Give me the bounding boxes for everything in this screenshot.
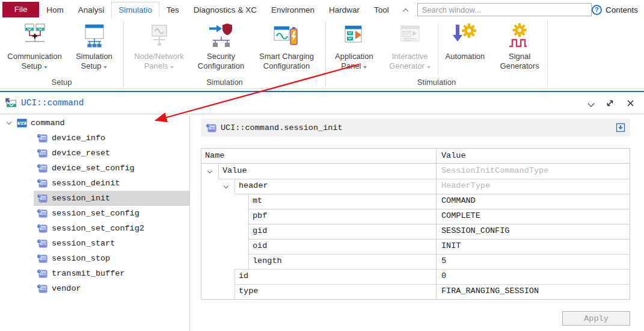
tree-item-device-reset[interactable]: device_reset — [34, 146, 189, 161]
automation-button[interactable]: Automation — [438, 21, 492, 75]
tab-tes[interactable]: Tes — [159, 2, 186, 17]
search-input[interactable] — [417, 3, 592, 16]
table-row-oid[interactable]: oidINIT — [201, 239, 630, 254]
panel-clock-icon — [37, 164, 48, 173]
tree-item-session-start[interactable]: session_start — [34, 236, 189, 251]
tree-root-command[interactable]: command — [4, 116, 189, 131]
table-row-pbf[interactable]: pbfCOMPLETE — [201, 209, 630, 224]
automation-icon — [450, 22, 479, 52]
application-panel-button[interactable]: ApplicationPanel — [326, 21, 382, 75]
apply-button[interactable]: Apply — [562, 311, 630, 326]
dropdown-caret-icon — [103, 66, 107, 69]
panel-maximize-button[interactable] — [604, 97, 616, 109]
row-value[interactable]: 0 — [441, 271, 446, 280]
label-line-2: Setup — [7, 61, 61, 71]
tree-item-vendor[interactable]: vendor — [34, 281, 189, 296]
tree-item-device-info[interactable]: device_info — [34, 131, 189, 146]
tab-diagnostics-xc[interactable]: Diagnostics & XC — [186, 2, 264, 17]
tree-item-session-deinit[interactable]: session_deinit — [34, 176, 189, 191]
tree-item-label: vendor — [52, 284, 81, 293]
table-row-type[interactable]: typeFIRA_RANGING_SESSION — [201, 284, 630, 299]
node-network-panels-icon — [145, 22, 174, 52]
table-row-mt[interactable]: mtCOMMAND — [201, 194, 630, 209]
command-node-icon — [17, 119, 27, 128]
help-area: ? Contents — [592, 5, 638, 15]
label-line-2-text: Configuration — [263, 61, 310, 70]
ribbon-group-label: Stimulation — [326, 78, 547, 87]
column-header-name: Name — [205, 151, 224, 160]
indent-guide-line — [235, 269, 235, 284]
label-line-1: Interactive — [389, 52, 431, 61]
panel-clock-icon — [37, 284, 48, 293]
chevron-down-icon[interactable] — [207, 169, 212, 173]
tree-item-session-init[interactable]: session_init — [34, 191, 189, 206]
row-value[interactable]: FIRA_RANGING_SESSION — [441, 286, 539, 295]
row-divider-line — [248, 239, 630, 240]
panel-close-button[interactable] — [625, 98, 636, 108]
help-contents-link[interactable]: Contents — [606, 5, 638, 14]
table-row-id[interactable]: id0 — [201, 269, 630, 284]
chevron-down-icon[interactable] — [7, 120, 11, 125]
tab-hom[interactable]: Hom — [39, 2, 71, 17]
tree-root-label: command — [31, 119, 65, 128]
ribbon-button-row: ApplicationPanel InteractiveGenerator Au… — [326, 19, 547, 75]
row-divider-line — [235, 269, 630, 270]
row-value[interactable]: 5 — [441, 256, 446, 265]
row-name: Value — [222, 166, 247, 175]
label-line-2-text: Setup — [22, 61, 42, 70]
tree-item-device-set-config[interactable]: device_set_config — [34, 161, 189, 176]
group-separator — [547, 21, 548, 87]
simulation-setup-button[interactable]: SimulationSetup — [67, 21, 121, 70]
ribbon-button-row: CommunicationSetup SimulationSetup — [0, 19, 123, 70]
row-divider-line — [248, 224, 630, 224]
row-value[interactable]: COMPLETE — [441, 211, 480, 220]
help-icon[interactable]: ? — [592, 5, 602, 15]
tab-tool[interactable]: Tool — [367, 2, 396, 17]
panel-clock-icon — [37, 254, 48, 263]
ribbon-button-label: Smart ChargingConfiguration — [259, 52, 314, 70]
uci-command-panel: UCI::command command device_info device_… — [0, 91, 644, 331]
tab-analysi[interactable]: Analysi — [71, 2, 112, 17]
communication-setup-button[interactable]: CommunicationSetup — [2, 21, 67, 70]
tree-item-label: device_reset — [52, 149, 110, 158]
ribbon-button-label: Automation — [445, 52, 485, 61]
tab-hardwar[interactable]: Hardwar — [322, 2, 367, 17]
table-row-value[interactable]: ValueSessionInitCommandType — [201, 164, 630, 179]
row-divider-line — [248, 254, 630, 255]
smart-charging-configuration-button[interactable]: Smart ChargingConfiguration — [251, 21, 322, 70]
panel-title: UCI::command — [21, 98, 84, 108]
interactive-generator-button: InteractiveGenerator — [382, 21, 438, 75]
row-value[interactable]: COMMAND — [441, 196, 476, 205]
panel-clock-icon — [37, 179, 48, 188]
ribbon-collapse-button[interactable] — [400, 3, 411, 17]
label-line-1: Signal — [500, 52, 539, 61]
detail-header-title: UCI::command.session_init — [221, 123, 343, 132]
table-row-header[interactable]: headerHeaderType — [201, 179, 630, 194]
dock-arrow-icon[interactable] — [616, 123, 625, 132]
tab-environmen[interactable]: Environmen — [264, 2, 322, 17]
tree-item-session-set-config2[interactable]: session_set_config2 — [34, 221, 189, 236]
panel-title-bar: UCI::command — [0, 92, 644, 114]
row-value[interactable]: INIT — [441, 241, 461, 250]
simulation-setup-icon — [80, 22, 109, 52]
tree-item-session-set-config[interactable]: session_set_config — [34, 206, 189, 221]
table-row-length[interactable]: length5 — [201, 254, 630, 269]
label-line-2: Configuration — [259, 61, 314, 71]
row-value[interactable]: HeaderType — [441, 181, 490, 190]
panel-menu-button[interactable] — [587, 100, 595, 107]
panel-clock-icon — [206, 123, 216, 132]
chevron-down-icon[interactable] — [224, 184, 228, 188]
tab-simulatio[interactable]: Simulatio — [111, 2, 159, 17]
tree-item-session-stop[interactable]: session_stop — [34, 251, 189, 266]
panel-clock-icon — [37, 149, 48, 158]
tab-file[interactable]: File — [2, 2, 39, 17]
panel-clock-icon — [37, 269, 48, 278]
table-row-gid[interactable]: gidSESSION_CONFIG — [201, 224, 630, 239]
signal-generators-button[interactable]: SignalGenerators — [492, 21, 547, 75]
row-value[interactable]: SESSION_CONFIG — [441, 226, 509, 235]
row-value[interactable]: SessionInitCommandType — [441, 166, 548, 175]
tree-item-transmit-buffer[interactable]: transmit_buffer — [34, 266, 189, 281]
security-configuration-button[interactable]: SecurityConfiguration — [191, 21, 251, 70]
indent-guide-line — [248, 254, 249, 269]
label-line-1: Communication — [7, 52, 61, 61]
